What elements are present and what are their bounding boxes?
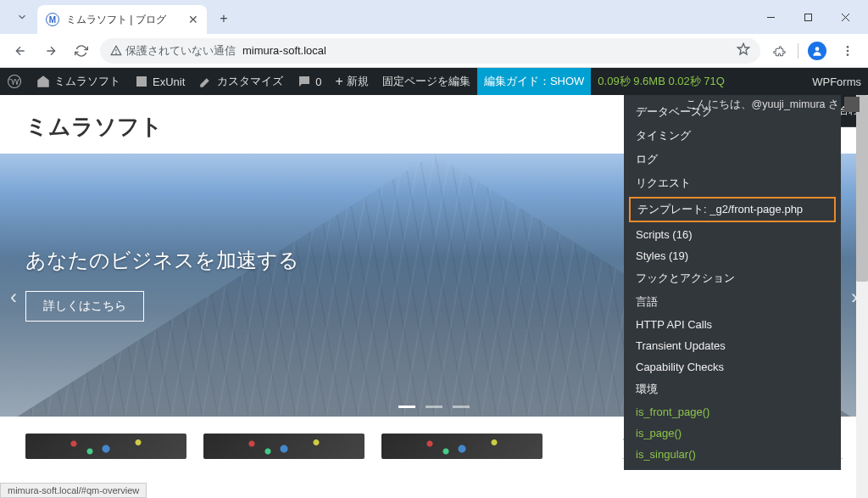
bookmark-icon[interactable] — [737, 42, 750, 59]
hero-cta-button[interactable]: 詳しくはこちら — [25, 291, 144, 322]
minimize-button[interactable] — [754, 4, 787, 30]
svg-point-7 — [847, 46, 849, 48]
qm-item-10[interactable]: Transient Updates — [624, 335, 841, 356]
slider-prev-button[interactable]: ‹ — [10, 285, 17, 309]
exunit-link[interactable]: ExUnit — [127, 68, 192, 95]
new-content-link[interactable]: +新規 — [329, 68, 376, 95]
maximize-button[interactable] — [792, 4, 824, 30]
scrollbar-thumb[interactable] — [856, 95, 868, 282]
edit-guide-toggle[interactable]: 編集ガイド：SHOW — [477, 68, 591, 95]
slider-next-button[interactable]: › — [851, 285, 858, 309]
title-bar: M ミムラソフト | ブログ ✕ + — [0, 0, 868, 34]
url-text: mimura-soft.local — [242, 44, 326, 57]
wp-admin-bar: ミムラソフト ExUnit カスタマイズ 0 +新規 固定ページを編集 編集ガイ… — [0, 68, 868, 95]
svg-point-10 — [8, 76, 21, 88]
slider-dot-1[interactable] — [398, 406, 415, 408]
new-tab-button[interactable]: + — [212, 7, 236, 31]
window-controls — [754, 4, 861, 30]
site-link[interactable]: ミムラソフト — [29, 68, 127, 95]
svg-point-9 — [847, 53, 849, 56]
address-bar: 保護されていない通信 mimura-soft.local — [0, 34, 868, 68]
browser-status-bar: mimura-soft.local/#qm-overview — [0, 483, 147, 498]
qm-item-6[interactable]: Styles (19) — [624, 245, 841, 266]
close-window-button[interactable] — [829, 4, 861, 30]
profile-button[interactable] — [805, 39, 829, 63]
svg-point-5 — [116, 53, 117, 53]
qm-item-4[interactable]: テンプレート: _g2/front-page.php — [629, 197, 836, 222]
svg-rect-1 — [804, 14, 811, 20]
customize-link[interactable]: カスタマイズ — [192, 68, 290, 95]
back-button[interactable] — [8, 39, 32, 63]
post-thumb-3[interactable] — [381, 434, 542, 459]
scrollbar[interactable] — [856, 95, 868, 498]
comments-link[interactable]: 0 — [290, 68, 328, 95]
qm-item-11[interactable]: Capability Checks — [624, 356, 841, 378]
svg-rect-11 — [136, 76, 147, 87]
forward-button[interactable] — [39, 39, 63, 63]
edit-page-link[interactable]: 固定ページを編集 — [376, 68, 477, 95]
qm-item-3[interactable]: リクエスト — [624, 171, 841, 195]
query-monitor-button[interactable]: 0.09秒 9.6MB 0.02秒 71Q — [591, 68, 732, 95]
qm-item-12[interactable]: 環境 — [624, 378, 841, 401]
howdy-user[interactable]: こんにちは、@yuuji_mimura さ — [686, 97, 860, 112]
extensions-icon[interactable] — [767, 39, 791, 63]
post-thumb-2[interactable] — [203, 434, 364, 459]
address-input[interactable]: 保護されていない通信 mimura-soft.local — [100, 38, 760, 64]
divider — [798, 43, 798, 59]
qm-item-8[interactable]: 言語 — [624, 290, 841, 314]
browser-chrome: M ミムラソフト | ブログ ✕ + 保護されていない通信 mimura-sof… — [0, 0, 868, 68]
slider-dot-3[interactable] — [453, 406, 470, 408]
qm-item-7[interactable]: フックとアクション — [624, 266, 841, 290]
security-label: 保護されていない通信 — [125, 43, 236, 59]
browser-menu-button[interactable] — [836, 39, 860, 63]
qm-item-14[interactable]: is_page() — [624, 422, 841, 444]
user-avatar-icon — [844, 97, 860, 112]
wp-logo-button[interactable] — [0, 68, 29, 95]
qm-item-15[interactable]: is_singular() — [624, 444, 841, 465]
qm-item-13[interactable]: is_front_page() — [624, 401, 841, 422]
svg-point-8 — [847, 49, 849, 52]
query-monitor-dropdown: データベースクタイミングログリクエストテンプレート: _g2/front-pag… — [624, 95, 841, 470]
qm-item-1[interactable]: タイミング — [624, 124, 841, 148]
tab-search-dropdown[interactable] — [10, 5, 34, 29]
slider-dots — [398, 406, 470, 408]
security-warning-icon: 保護されていない通信 — [110, 43, 236, 59]
close-icon[interactable]: ✕ — [188, 13, 198, 26]
post-thumb-1[interactable] — [25, 434, 186, 459]
tab-title: ミムラソフト | ブログ — [66, 13, 181, 27]
browser-tab[interactable]: M ミムラソフト | ブログ ✕ — [37, 5, 207, 34]
greeting-text: こんにちは、@yuuji_mimura さ — [686, 98, 840, 112]
favicon-icon: M — [46, 13, 59, 26]
post-thumbnails — [25, 434, 597, 459]
svg-point-6 — [815, 47, 820, 51]
avatar-icon — [808, 42, 826, 60]
reload-button[interactable] — [70, 39, 93, 63]
slider-dot-2[interactable] — [426, 406, 442, 408]
hero-heading: あなたのビジネスを加速する — [25, 247, 299, 274]
tab-area: M ミムラソフト | ブログ ✕ + — [7, 0, 754, 34]
qm-item-5[interactable]: Scripts (16) — [624, 224, 841, 245]
qm-item-2[interactable]: ログ — [624, 148, 841, 171]
qm-item-9[interactable]: HTTP API Calls — [624, 314, 841, 335]
wpforms-link[interactable]: WPForms — [805, 68, 868, 95]
